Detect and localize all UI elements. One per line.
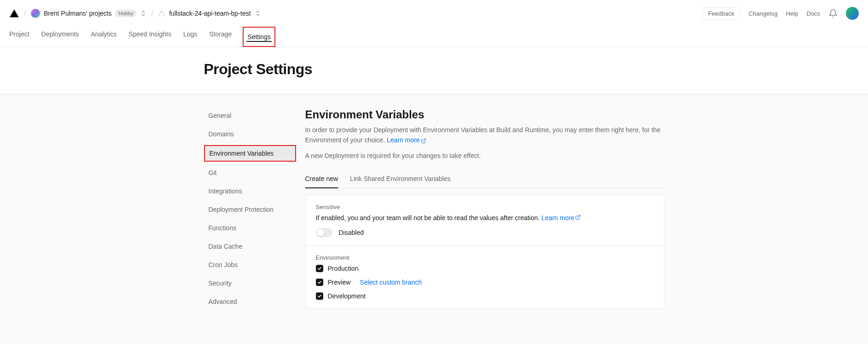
highlight-annotation: Environment Variables — [204, 145, 296, 162]
sensitive-text: If enabled, you and your team will not b… — [316, 214, 542, 222]
project-name: fullstack-24-api-team-bp-test — [169, 10, 250, 17]
team-crumb[interactable]: Brent Pulmans' projects Hobby — [31, 9, 146, 18]
learn-more-text: Learn more — [387, 136, 420, 144]
sensitive-label: Sensitive — [316, 204, 654, 210]
tab-storage[interactable]: Storage — [208, 27, 233, 47]
page-title: Project Settings — [204, 61, 664, 78]
sidebar-item-deployment-protection[interactable]: Deployment Protection — [204, 202, 296, 217]
tab-logs[interactable]: Logs — [182, 27, 198, 47]
changelog-link[interactable]: Changelog — [749, 10, 778, 17]
subtab-link-shared[interactable]: Link Shared Environment Variables — [350, 172, 450, 188]
sensitive-description: If enabled, you and your team will not b… — [316, 214, 654, 222]
page-header: Project Settings — [204, 47, 664, 94]
main-area: General Domains Environment Variables Gi… — [0, 94, 868, 344]
sidebar-item-advanced[interactable]: Advanced — [204, 294, 296, 309]
vercel-logo[interactable] — [9, 8, 19, 18]
sidebar-item-security[interactable]: Security — [204, 276, 296, 291]
chevron-up-down-icon[interactable] — [140, 10, 146, 17]
sidebar-item-integrations[interactable]: Integrations — [204, 184, 296, 198]
user-avatar[interactable] — [846, 7, 859, 20]
help-link[interactable]: Help — [786, 10, 798, 17]
deployment-note: A new Deployment is required for your ch… — [305, 152, 664, 159]
section-title: Environment Variables — [305, 108, 664, 121]
sensitive-toggle-row: Disabled — [316, 228, 654, 237]
env-form-card: Sensitive If enabled, you and your team … — [305, 195, 664, 309]
learn-more-link[interactable]: Learn more — [387, 136, 426, 144]
sensitive-toggle[interactable] — [316, 228, 332, 237]
select-custom-branch-link[interactable]: Select custom branch — [360, 279, 422, 286]
sidebar-item-data-cache[interactable]: Data Cache — [204, 239, 296, 254]
env-label-production: Production — [328, 265, 359, 272]
feedback-button[interactable]: Feedback — [702, 7, 740, 20]
sidebar-item-domains[interactable]: Domains — [204, 127, 296, 141]
checkbox-preview[interactable] — [316, 279, 323, 286]
environment-section: Environment Production Preview Select cu… — [306, 246, 664, 308]
tab-speed-insights[interactable]: Speed Insights — [128, 27, 172, 47]
project-icon — [158, 10, 165, 17]
sensitive-learn-more-link[interactable]: Learn more — [542, 214, 581, 222]
sensitive-toggle-state: Disabled — [339, 229, 364, 236]
external-link-icon — [421, 136, 426, 142]
section-description: In order to provide your Deployment with… — [305, 125, 664, 146]
sidebar-item-git[interactable]: Git — [204, 165, 296, 180]
settings-sidebar: General Domains Environment Variables Gi… — [204, 108, 296, 313]
sidebar-item-functions[interactable]: Functions — [204, 221, 296, 235]
notifications-icon[interactable] — [828, 9, 838, 18]
environment-label: Environment — [316, 254, 654, 261]
project-nav: Project Deployments Analytics Speed Insi… — [0, 22, 868, 47]
checkbox-development[interactable] — [316, 292, 323, 300]
env-option-production: Production — [316, 265, 654, 272]
highlight-annotation: Settings — [243, 27, 275, 47]
external-link-icon — [575, 214, 581, 220]
tab-settings[interactable]: Settings — [246, 29, 272, 41]
env-subtabs: Create new Link Shared Environment Varia… — [305, 172, 664, 188]
team-avatar — [31, 9, 40, 18]
sidebar-item-general[interactable]: General — [204, 108, 296, 123]
tab-project[interactable]: Project — [8, 27, 30, 47]
plan-badge: Hobby — [115, 10, 136, 17]
checkbox-production[interactable] — [316, 265, 323, 272]
sidebar-item-environment-variables[interactable]: Environment Variables — [205, 146, 295, 161]
env-label-preview: Preview — [328, 279, 351, 286]
tab-deployments[interactable]: Deployments — [41, 27, 80, 47]
env-option-preview: Preview Select custom branch — [316, 279, 654, 286]
team-name: Brent Pulmans' projects — [44, 10, 111, 17]
description-text: In order to provide your Deployment with… — [305, 126, 661, 144]
settings-content: Environment Variables In order to provid… — [305, 108, 664, 313]
chevron-up-down-icon[interactable] — [255, 10, 261, 17]
breadcrumb-slash: / — [24, 9, 26, 18]
sidebar-item-cron-jobs[interactable]: Cron Jobs — [204, 257, 296, 272]
project-crumb[interactable]: fullstack-24-api-team-bp-test — [158, 10, 261, 17]
tab-analytics[interactable]: Analytics — [90, 27, 117, 47]
env-label-development: Development — [328, 292, 366, 300]
sensitive-section: Sensitive If enabled, you and your team … — [306, 195, 664, 246]
breadcrumb: / Brent Pulmans' projects Hobby / fullst… — [9, 8, 261, 18]
env-option-development: Development — [316, 292, 654, 300]
breadcrumb-slash: / — [151, 9, 153, 18]
docs-link[interactable]: Docs — [806, 10, 820, 17]
top-right-nav: Feedback Changelog Help Docs — [702, 7, 859, 20]
top-bar: / Brent Pulmans' projects Hobby / fullst… — [0, 0, 868, 22]
subtab-create-new[interactable]: Create new — [305, 172, 338, 188]
learn-more-text: Learn more — [542, 214, 575, 222]
